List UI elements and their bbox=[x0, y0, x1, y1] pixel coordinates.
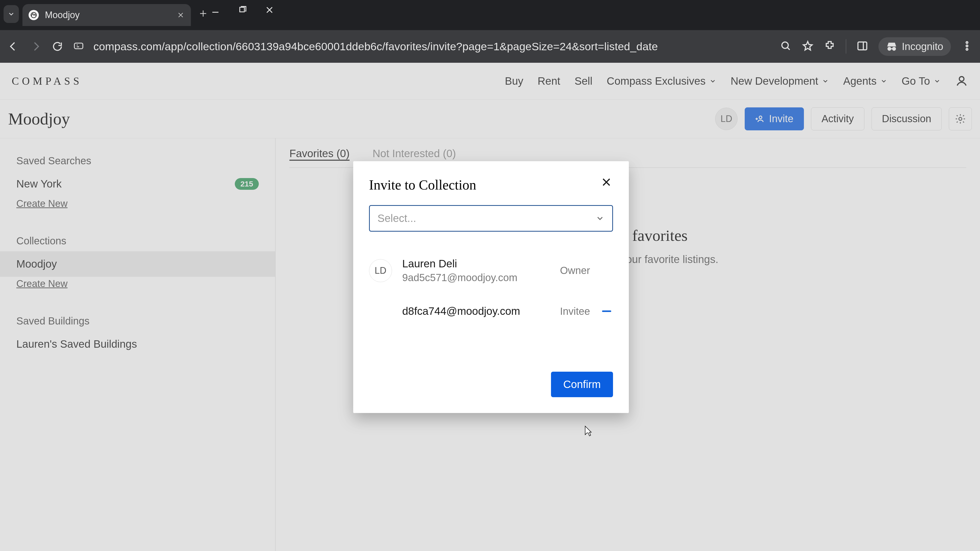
incognito-chip[interactable]: Incognito bbox=[878, 37, 951, 56]
window-close-button[interactable] bbox=[265, 5, 274, 16]
window-minimize-button[interactable] bbox=[211, 5, 220, 16]
extensions-icon[interactable] bbox=[824, 40, 835, 53]
svg-point-7 bbox=[966, 48, 968, 50]
minus-icon bbox=[602, 310, 611, 312]
invite-people-list: LD Lauren Deli 9ad5c571@moodjoy.com Owne… bbox=[369, 249, 613, 331]
sidepanel-icon[interactable] bbox=[856, 40, 868, 53]
confirm-button[interactable]: Confirm bbox=[551, 372, 613, 397]
invite-select[interactable]: Select... bbox=[369, 205, 613, 232]
chevron-down-icon bbox=[595, 214, 605, 223]
person-avatar bbox=[369, 300, 392, 323]
person-email: 9ad5c571@moodjoy.com bbox=[402, 272, 550, 283]
zoom-icon[interactable] bbox=[780, 40, 792, 53]
nav-reload-button[interactable] bbox=[51, 40, 64, 53]
invite-modal: Invite to Collection Select... LD Lauren… bbox=[353, 161, 629, 413]
url-text[interactable]: compass.com/app/collection/6603139a94bce… bbox=[94, 40, 771, 53]
person-role: Invitee bbox=[560, 306, 590, 317]
tab-search-button[interactable] bbox=[3, 5, 19, 23]
person-remove-button[interactable] bbox=[600, 310, 613, 312]
new-tab-button[interactable] bbox=[196, 6, 211, 21]
svg-rect-2 bbox=[75, 43, 83, 49]
tab-favicon bbox=[29, 10, 39, 20]
toolbar-divider bbox=[846, 39, 846, 54]
person-email: d8fca744@moodjoy.com bbox=[402, 305, 550, 318]
window-maximize-button[interactable] bbox=[238, 5, 247, 16]
tab-title: Moodjoy bbox=[45, 10, 170, 21]
person-role: Owner bbox=[560, 265, 590, 276]
svg-rect-4 bbox=[858, 42, 867, 50]
invite-select-placeholder: Select... bbox=[377, 212, 416, 224]
modal-title: Invite to Collection bbox=[369, 177, 613, 193]
modal-close-button[interactable] bbox=[599, 175, 614, 189]
nav-back-button[interactable] bbox=[7, 40, 20, 53]
svg-point-6 bbox=[966, 45, 968, 47]
person-avatar: LD bbox=[369, 259, 392, 282]
browser-tab[interactable]: Moodjoy bbox=[22, 4, 191, 26]
person-name: Lauren Deli bbox=[402, 258, 550, 270]
invite-person-row: d8fca744@moodjoy.com Invitee bbox=[369, 292, 613, 331]
close-icon bbox=[601, 176, 612, 188]
invite-person-row: LD Lauren Deli 9ad5c571@moodjoy.com Owne… bbox=[369, 249, 613, 292]
tab-close-button[interactable] bbox=[177, 11, 185, 19]
browser-menu-button[interactable] bbox=[961, 40, 973, 53]
site-info-button[interactable] bbox=[73, 40, 84, 52]
svg-point-5 bbox=[966, 41, 968, 43]
svg-rect-1 bbox=[240, 7, 245, 12]
nav-forward-button bbox=[29, 40, 42, 53]
bookmark-icon[interactable] bbox=[802, 40, 814, 53]
incognito-label: Incognito bbox=[902, 41, 943, 52]
